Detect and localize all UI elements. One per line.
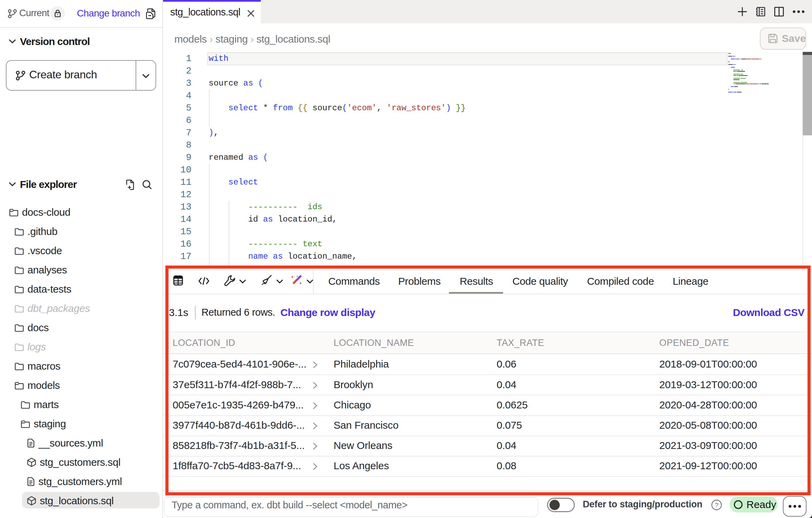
svg-text:?: ? [715, 502, 719, 509]
